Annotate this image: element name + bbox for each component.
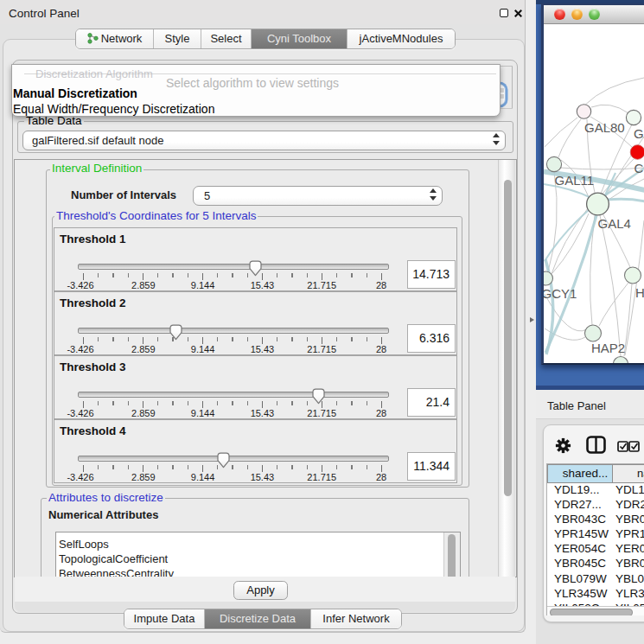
svg-text:GAL11: GAL11 bbox=[555, 173, 595, 188]
svg-text:HAP2: HAP2 bbox=[591, 341, 625, 355]
svg-text:GAL4: GAL4 bbox=[598, 216, 631, 231]
svg-text:GCY1: GCY1 bbox=[544, 286, 577, 301]
svg-text:C: C bbox=[634, 161, 644, 175]
svg-text:H: H bbox=[635, 285, 644, 300]
svg-text:GA: GA bbox=[634, 126, 644, 141]
svg-text:GAL80: GAL80 bbox=[584, 120, 625, 135]
